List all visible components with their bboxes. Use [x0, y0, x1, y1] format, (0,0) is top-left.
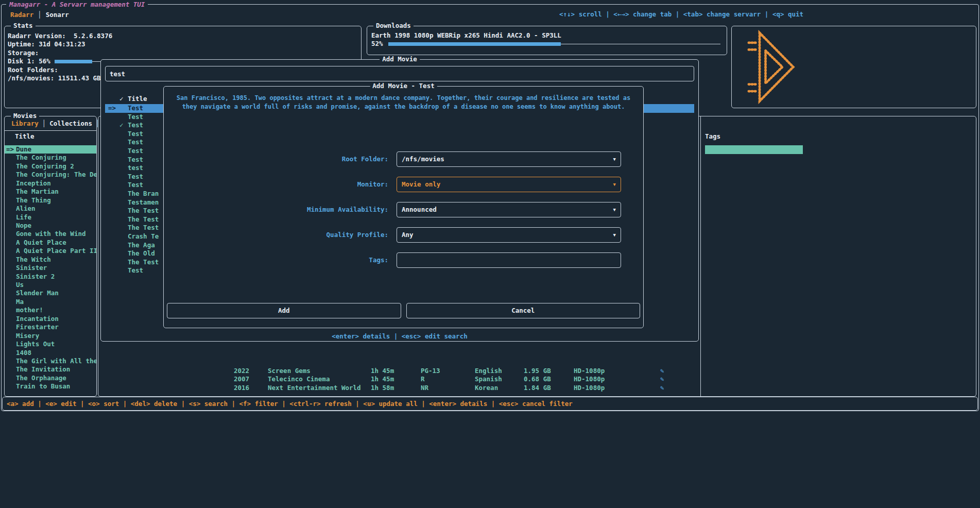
in-library-check-icon — [119, 258, 128, 267]
in-library-check-icon — [119, 224, 128, 232]
field-value-dropdown[interactable]: /nfs/movies▼ — [397, 151, 621, 167]
library-row[interactable]: 2007 Telecinco Cinema 1h 45m R Spanish 0… — [99, 375, 975, 383]
chevron-down-icon: ▼ — [613, 178, 616, 192]
selection-arrow — [6, 213, 16, 222]
tab-radarr[interactable]: Radarr│ — [6, 11, 42, 19]
tags-column-divider — [700, 116, 701, 396]
selection-arrow — [108, 249, 119, 258]
in-library-check-icon: ✓ — [119, 121, 128, 130]
title-column-header: Title — [15, 132, 35, 140]
managarr-screen: Managarr - A Servarr management TUI Rada… — [0, 0, 980, 508]
language-cell: Spanish — [475, 375, 502, 383]
movie-list-item[interactable]: Ma — [5, 298, 96, 306]
field-label: Tags: — [172, 252, 388, 268]
disk-usage-label: Disk 1: 56% — [8, 57, 50, 65]
movie-list-item[interactable]: The Conjuring: The De — [5, 171, 96, 179]
tab-sonarr[interactable]: Sonarr — [42, 11, 73, 19]
in-library-check-icon — [119, 113, 128, 122]
rating-cell: R — [421, 375, 425, 383]
in-library-check-icon — [119, 130, 128, 139]
tab-library[interactable]: Library│ — [8, 120, 46, 127]
movie-list-item[interactable]: Sinister — [5, 264, 96, 272]
app-title: Managarr - A Servarr management TUI — [6, 1, 148, 8]
logo-panel — [731, 26, 976, 108]
movie-list-item[interactable]: Incantation — [5, 315, 96, 323]
movie-list-item[interactable]: The Orphanage — [5, 374, 96, 382]
movie-list-item[interactable]: A Quiet Place — [5, 239, 96, 247]
movie-list-item[interactable]: Nope — [5, 222, 96, 230]
selection-arrow — [108, 215, 119, 224]
selection-arrow — [6, 306, 16, 314]
monitored-icon: ✎ — [660, 367, 664, 375]
selection-arrow — [6, 264, 16, 272]
movie-list-item[interactable]: 1408 — [5, 349, 96, 357]
field-label: Quality Profile: — [172, 227, 388, 243]
download-percent-label: 52% — [371, 40, 383, 48]
in-library-check-icon — [119, 215, 128, 224]
movie-search-box — [105, 66, 694, 81]
movie-overview: San Francisco, 1985. Two opposites attra… — [171, 94, 636, 111]
movie-list-item[interactable]: Us — [5, 281, 96, 289]
movie-list-item[interactable]: Lights Out — [5, 340, 96, 348]
field-value-dropdown[interactable]: Movie only▼ — [397, 177, 621, 192]
movies-panel-title: Movies — [11, 112, 39, 120]
selection-arrow — [6, 298, 16, 306]
movie-list-item[interactable]: mother! — [5, 306, 96, 314]
in-library-check-icon — [119, 156, 128, 164]
movie-list-item[interactable]: The Conjuring 2 — [5, 162, 96, 171]
rating-cell: PG-13 — [421, 367, 440, 375]
movie-list-item[interactable]: Train to Busan — [5, 382, 96, 391]
movie-list-item[interactable]: The Conjuring — [5, 154, 96, 162]
selection-arrow — [6, 357, 16, 365]
selection-arrow — [6, 239, 16, 247]
selection-arrow — [6, 365, 16, 374]
movie-list-item[interactable]: Gone with the Wind — [5, 230, 96, 238]
language-cell: Korean — [475, 384, 498, 392]
selection-arrow — [108, 266, 119, 275]
library-row[interactable]: 2016 Next Entertainment World 1h 58m NR … — [99, 384, 975, 392]
selection-arrow — [108, 207, 119, 215]
movie-list-item[interactable]: The Thing — [5, 196, 96, 205]
movie-list-item[interactable]: Misery — [5, 332, 96, 340]
tab-divider: │ — [42, 120, 46, 127]
managarr-logo — [744, 30, 800, 104]
movie-list-item[interactable]: Slender Man — [5, 289, 96, 297]
selected-row-highlight — [705, 145, 803, 154]
selection-arrow — [6, 289, 16, 297]
movie-list-item[interactable]: Inception — [5, 179, 96, 188]
selection-arrow — [6, 382, 16, 391]
cancel-button[interactable]: Cancel — [406, 303, 641, 318]
movie-list-item[interactable]: A Quiet Place Part II — [5, 247, 96, 255]
tab-collections[interactable]: Collections│ — [46, 120, 99, 127]
monitored-icon: ✎ — [660, 384, 664, 392]
selection-arrow — [6, 340, 16, 348]
results-title-header: Title — [128, 95, 147, 104]
movie-list-item[interactable]: The Girl with All the — [5, 357, 96, 365]
field-value-dropdown[interactable]: Any▼ — [397, 227, 621, 243]
selection-arrow — [6, 273, 16, 281]
add-button[interactable]: Add — [167, 303, 401, 318]
in-library-column-icon: ✓ — [119, 95, 128, 104]
movie-list-item[interactable]: Firestarter — [5, 323, 96, 331]
selection-arrow — [6, 188, 16, 196]
quality-cell: HD-1080p — [574, 384, 605, 392]
selection-arrow — [6, 171, 16, 179]
movie-list-item[interactable]: The Witch — [5, 256, 96, 264]
movie-list-item[interactable]: The Invitation — [5, 365, 96, 374]
movie-search-input[interactable] — [106, 66, 694, 81]
in-library-check-icon — [119, 249, 128, 258]
movie-list-item[interactable]: The Martian — [5, 188, 96, 196]
year-cell: 2016 — [234, 384, 249, 392]
field-value-dropdown[interactable]: ▼ — [397, 252, 621, 268]
movie-list-item[interactable]: =>Dune — [5, 145, 96, 154]
field-value-dropdown[interactable]: Announced▼ — [397, 202, 621, 217]
selection-arrow — [108, 164, 119, 173]
movie-list-item[interactable]: Sinister 2 — [5, 273, 96, 281]
movie-list-item[interactable]: Life — [5, 213, 96, 222]
runtime-cell: 1h 45m — [371, 367, 394, 375]
tags-field: Tags: ▼ — [172, 252, 635, 278]
library-row[interactable]: 2022 Screen Gems 1h 45m PG-13 English 1.… — [99, 367, 975, 375]
movie-list-item[interactable]: Alien — [5, 205, 96, 213]
add-movie-modal-title: Add Movie — [380, 55, 420, 63]
root-folder-field: Root Folder: /nfs/movies▼ — [172, 151, 635, 177]
